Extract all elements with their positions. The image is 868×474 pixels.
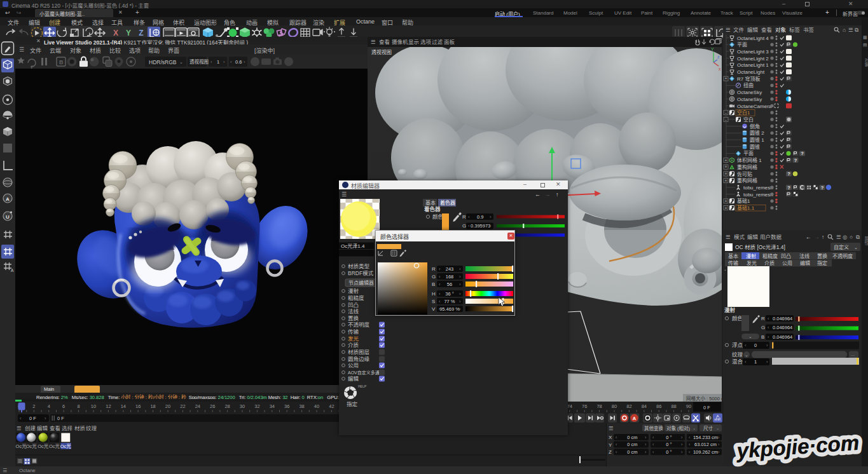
svg-text:40: 40 — [314, 403, 319, 409]
svg-text:Z: Z — [609, 449, 612, 455]
svg-text:86: 86 — [656, 403, 661, 409]
svg-text:其他变换: 其他变换 — [644, 425, 663, 431]
svg-text:2: 2 — [32, 403, 35, 409]
svg-text:材质图层: 材质图层 — [348, 349, 369, 355]
svg-text:透视视图: 透视视图 — [371, 49, 392, 55]
svg-text:OctaneLight 3: OctaneLight 3 — [737, 49, 769, 55]
svg-text:0 °: 0 ° — [666, 449, 672, 455]
svg-text:圆锥 2: 圆锥 2 — [750, 130, 764, 136]
svg-text:粗糙度: 粗糙度 — [348, 295, 364, 301]
svg-text:混合: 混合 — [732, 358, 743, 365]
svg-text:空白1: 空白1 — [737, 109, 750, 116]
svg-text:Y: Y — [711, 47, 714, 51]
svg-text:佐可贴: 佐可贴 — [737, 171, 752, 177]
svg-text:+: + — [724, 179, 727, 183]
svg-text:显示: 显示 — [408, 39, 419, 45]
svg-text:自定义: 自定义 — [834, 244, 849, 250]
svg-text:U: U — [6, 214, 10, 220]
svg-text:88: 88 — [671, 403, 676, 409]
svg-text:X: X — [113, 29, 118, 37]
svg-text:36: 36 — [284, 403, 289, 409]
svg-text:倒角: 倒角 — [750, 123, 760, 130]
svg-text:34: 34 — [270, 403, 275, 409]
svg-text:Z: Z — [139, 29, 143, 37]
svg-text:HELP: HELP — [358, 384, 367, 388]
svg-text:V: V — [432, 306, 436, 312]
svg-text:42: 42 — [329, 403, 334, 409]
svg-text:过滤: 过滤 — [432, 39, 443, 45]
svg-text:透视视图: 透视视图 — [189, 58, 209, 65]
svg-text:0 °: 0 ° — [666, 435, 672, 440]
svg-text:圆锥 1: 圆锥 1 — [750, 137, 764, 143]
svg-text:圆角边缘: 圆角边缘 — [348, 356, 370, 362]
svg-text:传输: 传输 — [348, 328, 359, 335]
svg-text:80: 80 — [612, 403, 617, 409]
svg-text:选择: 选择 — [62, 425, 73, 431]
svg-text:指定: 指定 — [347, 401, 358, 407]
svg-text:重构网格: 重构网格 — [737, 177, 757, 184]
svg-text:168: 168 — [446, 274, 454, 280]
svg-text:tobu_remesh: tobu_remesh — [743, 192, 773, 198]
svg-text:选项: 选项 — [420, 39, 432, 45]
svg-text:☰: ☰ — [726, 27, 731, 33]
svg-text:82: 82 — [626, 403, 631, 409]
svg-text:95.469 %: 95.469 % — [439, 306, 460, 312]
svg-text:不透明度: 不透明度 — [832, 253, 853, 259]
svg-text:0: 0 — [754, 342, 757, 348]
svg-text:26: 26 — [210, 403, 215, 409]
svg-text:HDR/sRGB: HDR/sRGB — [149, 59, 177, 65]
svg-text:?: ? — [794, 158, 797, 163]
svg-text:书签: 书签 — [803, 27, 815, 33]
svg-text:☰: ☰ — [836, 234, 841, 240]
svg-text:不透明度: 不透明度 — [348, 322, 370, 328]
svg-text:0 F: 0 F — [703, 405, 710, 410]
svg-text:发光: 发光 — [747, 260, 757, 266]
svg-text:G: G — [432, 274, 436, 280]
svg-text:基本: 基本 — [728, 253, 738, 259]
svg-text:⌄: ⌄ — [745, 353, 748, 357]
svg-text:z: z — [717, 55, 720, 59]
svg-text:20: 20 — [165, 403, 170, 409]
svg-text:介质: 介质 — [764, 260, 775, 266]
svg-text:平面: 平面 — [743, 151, 754, 156]
svg-text:OctaneSky: OctaneSky — [737, 90, 762, 95]
svg-text:置换: 置换 — [817, 253, 827, 259]
svg-text:+: + — [724, 172, 727, 176]
svg-text:0 F: 0 F — [57, 416, 64, 421]
svg-text:+: + — [724, 158, 727, 163]
svg-text:纹理: 纹理 — [732, 351, 743, 358]
svg-text:⌄: ⌄ — [854, 245, 858, 250]
svg-text:材质: 材质 — [74, 425, 86, 431]
svg-text:传输: 传输 — [728, 260, 738, 266]
svg-text:6: 6 — [62, 403, 65, 409]
svg-text:⌄: ⌄ — [202, 60, 205, 64]
svg-text:浮点: 浮点 — [732, 342, 743, 348]
svg-text:Oc光: Oc光 — [26, 443, 38, 449]
svg-text:Oc光: Oc光 — [60, 443, 72, 449]
svg-text:tobu_remesh: tobu_remesh — [743, 185, 773, 191]
svg-text:置换: 置换 — [348, 315, 359, 322]
svg-text:0.6: 0.6 — [235, 59, 242, 65]
svg-text:?: ? — [787, 185, 790, 191]
svg-text:OC 材质 [Oc光泽1.4]: OC 材质 [Oc光泽1.4] — [735, 244, 785, 250]
svg-text:用户数据: 用户数据 — [760, 234, 782, 240]
svg-text:○: ○ — [850, 234, 853, 240]
svg-text:28: 28 — [224, 403, 230, 409]
svg-text:编辑: 编辑 — [747, 234, 759, 240]
svg-text:77 %: 77 % — [444, 299, 455, 304]
svg-text:BRDF模式: BRDF模式 — [348, 270, 374, 276]
svg-text:☰: ☰ — [609, 425, 614, 431]
svg-text:标签: 标签 — [789, 27, 801, 33]
svg-text:154.233 cm: 154.233 cm — [693, 435, 718, 440]
svg-text:AOV自定义多通道: AOV自定义多通道 — [348, 370, 384, 376]
svg-text:编辑: 编辑 — [800, 260, 810, 266]
svg-text:0.046964: 0.046964 — [773, 334, 792, 340]
svg-text:10: 10 — [91, 403, 96, 409]
svg-text:OctaneSky: OctaneSky — [737, 97, 762, 102]
svg-text:⌄: ⌄ — [748, 334, 752, 339]
svg-text:OctaneLight 1: OctaneLight 1 — [737, 62, 769, 68]
svg-text:OctaneLight 4: OctaneLight 4 — [737, 36, 769, 41]
svg-text:面板: 面板 — [444, 39, 455, 45]
svg-text:编辑: 编辑 — [37, 425, 48, 431]
svg-text:查看: 查看 — [379, 39, 390, 45]
